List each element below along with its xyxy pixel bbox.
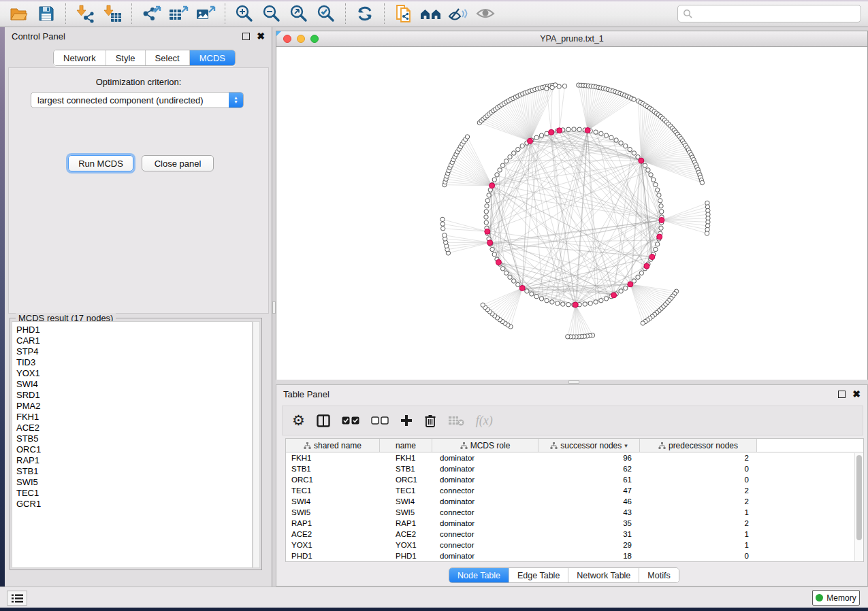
cell-predecessor_nodes[interactable]: 2 (640, 485, 757, 496)
network-node[interactable] (614, 138, 618, 142)
network-node[interactable] (545, 299, 549, 303)
network-node[interactable] (492, 252, 496, 257)
network-hub-node[interactable] (519, 285, 525, 291)
network-node[interactable] (545, 86, 549, 90)
cell-predecessor_nodes[interactable]: 1 (640, 540, 757, 550)
network-node[interactable] (508, 275, 512, 279)
network-node[interactable] (588, 301, 592, 306)
table-scrollbar[interactable] (854, 453, 863, 561)
network-node[interactable] (550, 300, 554, 304)
table-row[interactable]: SWI4SWI4dominator462 (286, 496, 863, 507)
network-node[interactable] (440, 217, 445, 221)
network-node[interactable] (498, 168, 502, 172)
cell-name[interactable]: SWI4 (380, 496, 432, 507)
cell-predecessor_nodes[interactable]: 1 (640, 529, 757, 540)
mcds-result-item[interactable]: GCR1 (12, 499, 252, 510)
network-node[interactable] (583, 302, 587, 306)
table-scrollbar-thumb[interactable] (856, 455, 862, 540)
mcds-list-scrollbar[interactable] (253, 321, 260, 568)
network-node[interactable] (652, 178, 656, 182)
network-node[interactable] (490, 247, 494, 251)
tab-select[interactable]: Select (146, 50, 190, 65)
cell-predecessor_nodes[interactable]: 2 (640, 518, 757, 529)
network-node[interactable] (594, 130, 598, 134)
cell-shared_name[interactable]: ACE2 (286, 529, 380, 540)
network-node[interactable] (508, 155, 512, 159)
network-node[interactable] (557, 84, 561, 88)
search-input[interactable] (692, 7, 861, 20)
cell-successor_nodes[interactable]: 29 (539, 540, 640, 550)
refresh-view-button[interactable] (353, 3, 376, 24)
network-node[interactable] (520, 144, 524, 148)
table-row[interactable]: FKH1FKH1dominator962 (286, 452, 863, 463)
delete-column-button[interactable] (424, 414, 436, 427)
column-header-successor-nodes[interactable]: successor nodes▾ (539, 439, 640, 452)
cell-shared_name[interactable]: RAP1 (286, 518, 380, 529)
network-node[interactable] (484, 220, 488, 225)
table-row[interactable]: ACE2ACE2connector311 (286, 529, 863, 540)
network-node[interactable] (705, 231, 709, 235)
tab-node-table[interactable]: Node Table (449, 568, 509, 582)
mcds-result-item[interactable]: STB1 (12, 466, 252, 477)
network-node[interactable] (485, 199, 489, 203)
network-node[interactable] (604, 297, 608, 301)
cell-shared_name[interactable]: FKH1 (286, 452, 380, 463)
network-node[interactable] (516, 147, 520, 151)
network-node[interactable] (561, 302, 565, 306)
mcds-result-item[interactable]: ACE2 (12, 423, 252, 433)
table-row[interactable]: YOX1YOX1connector291 (286, 540, 863, 550)
cell-name[interactable]: ACE2 (380, 529, 432, 540)
mcds-result-list[interactable]: PHD1CAR1STP4TID3YOX1SWI4SRD1PMA2FKH1ACE2… (12, 321, 253, 568)
column-header-MCDS-role[interactable]: MCDS role (432, 439, 539, 452)
network-node[interactable] (599, 131, 603, 135)
cell-successor_nodes[interactable]: 46 (539, 496, 640, 507)
network-hub-node[interactable] (573, 302, 578, 308)
zoom-fit-button[interactable] (287, 3, 310, 24)
cell-name[interactable]: PHD1 (380, 550, 432, 561)
network-hub-node[interactable] (639, 158, 644, 163)
memory-button[interactable]: Memory (812, 590, 860, 606)
network-hub-node[interactable] (628, 282, 633, 287)
cell-successor_nodes[interactable]: 47 (539, 485, 640, 496)
zoom-out-button[interactable] (260, 3, 283, 24)
column-header-shared-name[interactable]: shared name (286, 439, 380, 452)
mcds-result-item[interactable]: CAR1 (12, 335, 252, 346)
cell-mcds_role[interactable]: connector (432, 485, 539, 496)
network-node[interactable] (465, 135, 469, 139)
cell-predecessor_nodes[interactable]: 0 (640, 474, 757, 485)
tab-network-table[interactable]: Network Table (568, 568, 639, 582)
criterion-dropdown[interactable]: largest connected component (undirected)… (31, 92, 244, 108)
hide-selected-button[interactable] (447, 3, 470, 24)
network-node[interactable] (659, 204, 663, 208)
cell-mcds_role[interactable]: connector (432, 507, 539, 518)
network-node[interactable] (440, 222, 445, 226)
network-node[interactable] (566, 127, 570, 131)
table-row[interactable]: TEC1TEC1connector472 (286, 485, 863, 496)
cell-predecessor_nodes[interactable]: 2 (640, 452, 757, 463)
cell-successor_nodes[interactable]: 61 (539, 474, 640, 485)
search-field[interactable] (677, 5, 861, 22)
cell-predecessor_nodes[interactable]: 2 (640, 496, 757, 507)
network-node[interactable] (656, 188, 660, 192)
network-hub-node[interactable] (585, 128, 590, 133)
network-node[interactable] (512, 279, 516, 283)
network-node[interactable] (628, 147, 632, 151)
cell-name[interactable]: STB1 (380, 463, 432, 474)
tab-mcds[interactable]: MCDS (190, 50, 235, 65)
cell-mcds_role[interactable]: dominator (432, 496, 539, 507)
cell-shared_name[interactable]: TEC1 (286, 485, 380, 496)
network-node[interactable] (481, 303, 485, 307)
mcds-result-item[interactable]: STP4 (12, 346, 252, 357)
network-node[interactable] (654, 247, 658, 251)
network-hub-node[interactable] (611, 293, 617, 298)
mcds-result-item[interactable]: RAP1 (12, 455, 252, 466)
table-row[interactable]: PHD1PHD1dominator180 (286, 550, 863, 561)
cell-predecessor_nodes[interactable]: 0 (640, 463, 757, 474)
import-table-button[interactable] (101, 3, 124, 24)
cell-name[interactable]: ORC1 (380, 474, 432, 485)
network-node[interactable] (534, 295, 539, 299)
first-neighbors-button[interactable] (419, 3, 443, 24)
cell-shared_name[interactable]: PHD1 (286, 550, 380, 561)
mcds-result-item[interactable]: PHD1 (12, 325, 252, 335)
mcds-result-item[interactable]: YOX1 (12, 368, 252, 379)
